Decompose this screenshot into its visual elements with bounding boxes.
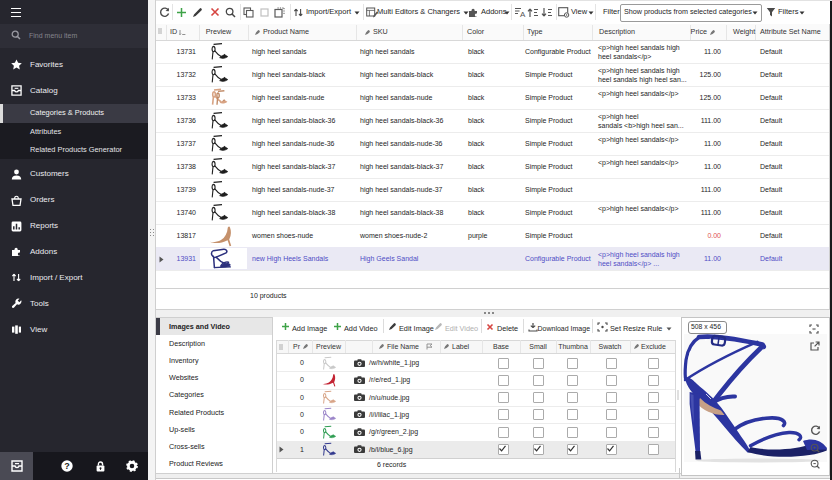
svg-text:A: A xyxy=(520,10,526,18)
svg-text::: : xyxy=(813,326,814,331)
svg-text:?: ? xyxy=(64,461,70,471)
